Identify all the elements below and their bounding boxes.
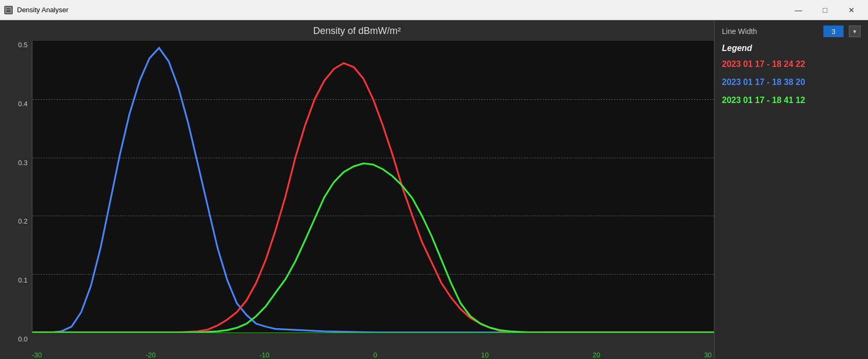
x-label-n30: -30	[32, 351, 42, 359]
x-label-30: 30	[704, 351, 711, 359]
chart-title: Density of dBmW/m²	[0, 25, 714, 37]
legend-item-blue: 2023 01 17 - 18 38 20	[722, 78, 861, 87]
legend-item-green: 2023 01 17 - 18 41 12	[722, 96, 861, 105]
title-bar: Density Analyser — □ ✕	[0, 0, 868, 20]
sidebar: Line Width ▼ Legend 2023 01 17 - 18 24 2…	[714, 20, 868, 359]
y-label-02: 0.2	[18, 217, 28, 225]
x-label-10: 10	[481, 351, 489, 359]
y-label-03: 0.3	[18, 159, 28, 167]
y-label-05: 0.5	[18, 41, 28, 49]
x-label-20: 20	[592, 351, 600, 359]
x-axis: -30 -20 -10 0 10 20 30	[32, 349, 712, 359]
title-bar-left: Density Analyser	[4, 6, 69, 14]
y-label-04: 0.4	[18, 100, 28, 108]
red-density-curve	[32, 63, 714, 332]
window-title: Density Analyser	[17, 6, 69, 14]
main-content: Density of dBmW/m² 0.5 0.4 0.3 0.2 0.1 0…	[0, 20, 868, 359]
close-button[interactable]: ✕	[839, 2, 864, 18]
line-width-row: Line Width ▼	[722, 25, 861, 37]
legend-item-red: 2023 01 17 - 18 24 22	[722, 59, 861, 69]
line-width-dropdown[interactable]: ▼	[849, 25, 861, 37]
y-axis: 0.5 0.4 0.3 0.2 0.1 0.0	[0, 41, 32, 359]
chart-plot-area	[32, 41, 714, 333]
y-label-01: 0.1	[18, 276, 28, 284]
line-width-label: Line Width	[722, 27, 818, 36]
density-chart-svg	[32, 41, 714, 332]
maximize-button[interactable]: □	[813, 2, 837, 18]
chart-container: Density of dBmW/m² 0.5 0.4 0.3 0.2 0.1 0…	[0, 20, 714, 359]
blue-density-curve	[32, 48, 714, 332]
x-label-n20: -20	[146, 351, 156, 359]
y-label-00: 0.0	[18, 335, 28, 343]
legend-title: Legend	[722, 44, 861, 53]
app-icon	[4, 6, 13, 14]
minimize-button[interactable]: —	[786, 2, 811, 18]
legend-items: 2023 01 17 - 18 24 22 2023 01 17 - 18 38…	[722, 59, 861, 105]
x-label-0: 0	[373, 351, 377, 359]
x-label-n10: -10	[260, 351, 270, 359]
window-controls: — □ ✕	[786, 2, 864, 18]
chart-body: 0.5 0.4 0.3 0.2 0.1 0.0	[0, 41, 714, 359]
green-density-curve	[32, 164, 714, 332]
svg-rect-0	[6, 7, 11, 13]
line-width-input[interactable]	[823, 25, 844, 37]
